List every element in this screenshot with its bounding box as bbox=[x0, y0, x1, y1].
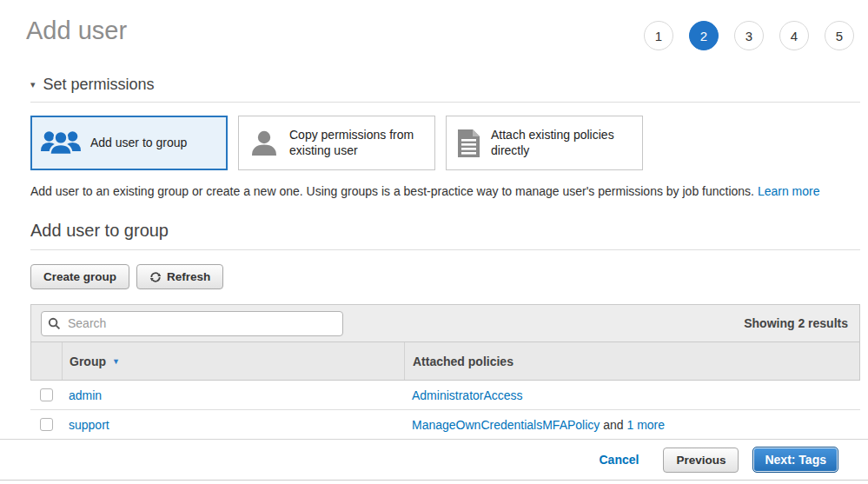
card-add-user-to-group[interactable]: Add user to group bbox=[30, 116, 228, 170]
page-title: Add user bbox=[26, 17, 127, 45]
card-attach-policies[interactable]: Attach existing policies directly bbox=[446, 116, 643, 170]
learn-more-link[interactable]: Learn more bbox=[758, 184, 820, 198]
section-description: Add user to an existing group or create … bbox=[30, 184, 860, 198]
step-5[interactable]: 5 bbox=[825, 21, 854, 50]
permission-option-cards: Add user to group Copy permissions from … bbox=[30, 116, 860, 170]
wizard-footer: Cancel Previous Next: Tags bbox=[0, 439, 868, 481]
search-box bbox=[41, 311, 343, 336]
step-4[interactable]: 4 bbox=[779, 21, 809, 50]
document-icon bbox=[456, 129, 481, 158]
card-label: Add user to group bbox=[90, 136, 187, 151]
row-checkbox-support[interactable] bbox=[40, 418, 53, 431]
group-icon bbox=[41, 129, 81, 157]
card-label: Copy permissions from existing user bbox=[289, 128, 425, 158]
next-tags-button[interactable]: Next: Tags bbox=[752, 447, 838, 473]
wizard-steps: 1 2 3 4 5 bbox=[644, 21, 854, 50]
table-body: admin AdministratorAccess support Manage… bbox=[30, 381, 860, 440]
table-row-admin: admin AdministratorAccess bbox=[30, 381, 860, 410]
policy-separator: and bbox=[600, 418, 626, 432]
card-copy-permissions[interactable]: Copy permissions from existing user bbox=[238, 116, 435, 170]
refresh-button[interactable]: Refresh bbox=[136, 264, 223, 289]
step-2-active[interactable]: 2 bbox=[689, 21, 719, 50]
page-header: Add user 1 2 3 4 5 bbox=[0, 0, 868, 50]
policy-link[interactable]: AdministratorAccess bbox=[412, 388, 523, 402]
set-permissions-section-header[interactable]: ▾ Set permissions bbox=[30, 76, 860, 103]
column-header-group[interactable]: Group ▼ bbox=[63, 342, 405, 380]
user-icon bbox=[248, 129, 280, 158]
previous-button[interactable]: Previous bbox=[663, 448, 739, 473]
create-group-button[interactable]: Create group bbox=[30, 264, 129, 289]
add-user-to-group-title: Add user to group bbox=[30, 221, 860, 250]
cancel-link[interactable]: Cancel bbox=[600, 453, 639, 467]
results-count: Showing 2 results bbox=[744, 316, 850, 330]
sort-desc-icon: ▼ bbox=[112, 357, 120, 366]
table-row-support: support ManageOwnCredentialsMFAPolicy an… bbox=[30, 410, 860, 440]
row-checkbox-admin[interactable] bbox=[40, 388, 53, 401]
step-1[interactable]: 1 bbox=[644, 21, 673, 50]
select-all-column bbox=[31, 342, 63, 380]
description-text: Add user to an existing group or create … bbox=[30, 184, 758, 198]
refresh-icon bbox=[149, 271, 162, 283]
table-header-row: Group ▼ Attached policies bbox=[30, 342, 860, 381]
group-link-support[interactable]: support bbox=[69, 418, 109, 432]
search-icon bbox=[48, 317, 61, 330]
policy-more-link[interactable]: 1 more bbox=[626, 418, 665, 432]
table-actions: Create group Refresh bbox=[30, 264, 860, 289]
card-label: Attach existing policies directly bbox=[491, 128, 633, 158]
group-link-admin[interactable]: admin bbox=[69, 388, 102, 402]
search-input[interactable] bbox=[41, 311, 343, 336]
groups-table: Showing 2 results Group ▼ Attached polic… bbox=[30, 304, 860, 440]
section-title: Set permissions bbox=[43, 76, 155, 94]
policy-link[interactable]: ManageOwnCredentialsMFAPolicy bbox=[412, 418, 600, 432]
table-toolbar: Showing 2 results bbox=[30, 304, 860, 342]
main-content: ▾ Set permissions Add user to group bbox=[0, 76, 868, 440]
step-3[interactable]: 3 bbox=[734, 21, 764, 50]
collapse-arrow-icon: ▾ bbox=[30, 79, 36, 90]
column-header-attached-policies: Attached policies bbox=[405, 342, 859, 380]
